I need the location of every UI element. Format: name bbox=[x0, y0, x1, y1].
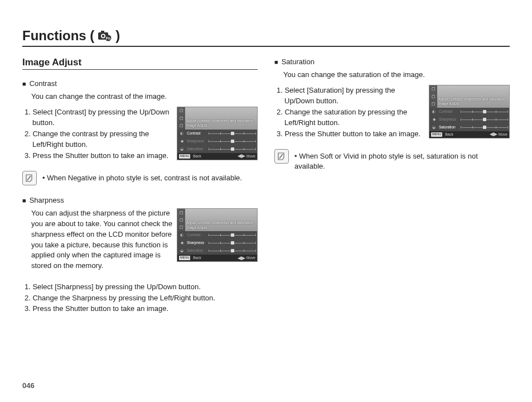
title-suffix: ) bbox=[115, 28, 120, 44]
thumb-side-icons: ▢▢▢ bbox=[429, 85, 437, 108]
saturation-desc: You can change the saturation of the ima… bbox=[283, 70, 510, 80]
contrast-name: Contrast bbox=[30, 79, 57, 89]
sharpness-step-2: 2. Change the Sharpness by pressing the … bbox=[25, 293, 258, 304]
saturation-screenshot: ▢▢▢ Adjust contrast, sharpness and satur… bbox=[429, 85, 510, 138]
contrast-step-2: 2. Change the contrast by pressing the L… bbox=[25, 128, 172, 150]
saturation-name: Saturation bbox=[282, 57, 315, 68]
bullet-icon: ■ bbox=[274, 57, 278, 67]
svg-point-3 bbox=[102, 35, 104, 37]
sharpness-step-3: 3. Press the Shutter button to take an i… bbox=[25, 303, 258, 314]
thumb-overlay-1: Adjust contrast, sharpness and saturatio… bbox=[186, 119, 254, 123]
svg-text:Fn: Fn bbox=[106, 36, 110, 40]
svg-rect-1 bbox=[101, 31, 104, 33]
left-column: Image Adjust ■ Contrast You can change t… bbox=[22, 57, 258, 324]
sharpness-desc: You can adjust the sharpness of the pict… bbox=[31, 208, 172, 271]
note-icon bbox=[274, 149, 289, 164]
right-column: ■ Saturation You can change the saturati… bbox=[274, 57, 510, 324]
contrast-desc: You can change the contrast of the image… bbox=[31, 92, 258, 102]
note-icon bbox=[22, 171, 37, 185]
title-prefix: Functions ( bbox=[22, 28, 94, 44]
contrast-screenshot: ▢▢▢ Adjust contrast, sharpness and satur… bbox=[177, 107, 258, 160]
sharpness-steps: 1. Select [Sharpness] by pressing the Up… bbox=[25, 281, 258, 314]
thumb-side-icons: ▢▢▢ bbox=[177, 107, 185, 130]
contrast-step-3: 3. Press the Shutter button to take an i… bbox=[25, 150, 172, 161]
contrast-block: ■ Contrast You can change the contrast o… bbox=[22, 79, 258, 161]
thumb-side-icons: ▢▢▢ bbox=[177, 209, 185, 231]
contrast-step-1: 1. Select [Contrast] by pressing the Up/… bbox=[25, 107, 172, 128]
sharpness-name: Sharpness bbox=[30, 195, 64, 206]
page-number: 046 bbox=[22, 381, 35, 390]
page-title: Functions ( Fn ) bbox=[22, 28, 510, 47]
saturation-step-2: 2. Change the saturation by pressing the… bbox=[277, 107, 424, 128]
contrast-steps: 1. Select [Contrast] by pressing the Up/… bbox=[25, 107, 172, 161]
saturation-note: • When Soft or Vivid in photo style is s… bbox=[294, 149, 510, 171]
sharpness-screenshot: ▢▢▢ Adjust contrast, sharpness and satur… bbox=[177, 208, 258, 262]
saturation-step-3: 3. Press the Shutter button to take an i… bbox=[277, 128, 424, 140]
bullet-icon: ■ bbox=[22, 195, 26, 205]
contrast-note-row: • When Negative in photo style is set, c… bbox=[22, 171, 258, 185]
saturation-block: ■ Saturation You can change the saturati… bbox=[274, 57, 510, 139]
sharpness-block: ■ Sharpness You can adjust the sharpness… bbox=[22, 195, 258, 314]
thumb-overlay-2: Image Adjust bbox=[186, 123, 254, 128]
camera-fn-icon: Fn bbox=[98, 30, 112, 41]
saturation-steps: 1. Select [Saturation] by pressing the U… bbox=[277, 85, 424, 140]
saturation-note-row: • When Soft or Vivid in photo style is s… bbox=[274, 149, 510, 171]
section-title: Image Adjust bbox=[22, 57, 258, 70]
saturation-step-1: 1. Select [Saturation] by pressing the U… bbox=[277, 85, 424, 107]
sharpness-step-1: 1. Select [Sharpness] by pressing the Up… bbox=[25, 281, 258, 293]
contrast-note: • When Negative in photo style is set, c… bbox=[42, 171, 242, 183]
bullet-icon: ■ bbox=[22, 79, 26, 89]
